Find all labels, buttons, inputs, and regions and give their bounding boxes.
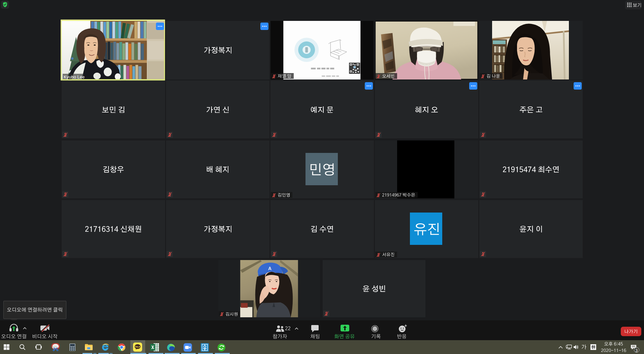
svg-text:TALK: TALK bbox=[135, 346, 140, 348]
svg-text:A: A bbox=[268, 265, 271, 271]
